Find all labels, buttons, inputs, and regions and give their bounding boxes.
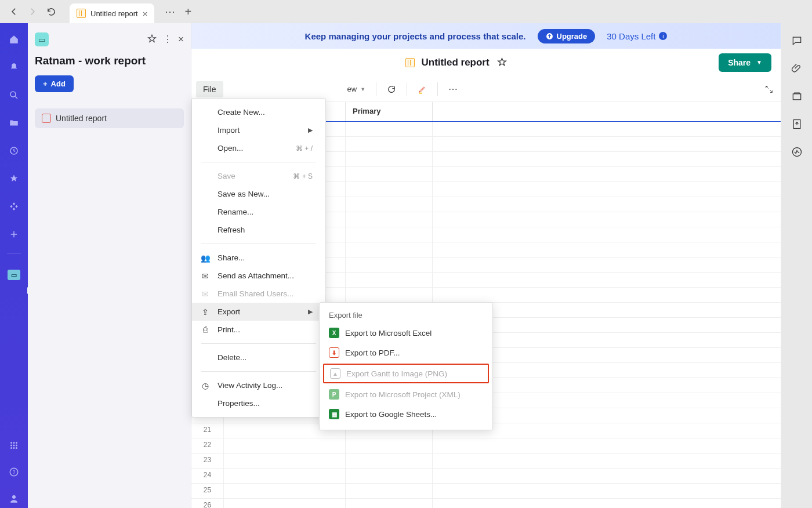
grid-row[interactable]: 24 (191, 469, 781, 484)
grid-cell[interactable] (224, 484, 346, 498)
nav-workapps-icon[interactable] (8, 201, 20, 212)
submenu-header: Export file (320, 306, 492, 323)
svg-point-17 (792, 148, 801, 157)
menu-open[interactable]: Open...⌘ + / (192, 139, 325, 157)
export-to-gsheets[interactable]: ▦ Export to Google Sheets... (320, 404, 492, 424)
document-title: Untitled report (422, 57, 490, 68)
favorite-workspace-button[interactable] (147, 34, 157, 45)
menu-properties[interactable]: Properties... (192, 394, 325, 412)
grid-cell[interactable] (346, 453, 433, 468)
grid-cell[interactable] (346, 288, 433, 302)
menu-export[interactable]: ⇪Export▶ (192, 303, 325, 321)
nav-apps-icon[interactable] (8, 440, 20, 451)
back-button[interactable] (6, 3, 22, 20)
svg-point-4 (16, 442, 17, 444)
nav-folder-icon[interactable] (8, 117, 20, 129)
grid-cell[interactable] (346, 152, 433, 166)
grid-cell[interactable] (346, 122, 433, 136)
refresh-button[interactable] (383, 82, 400, 96)
menu-send-attachment[interactable]: ✉Send as Attachment... (192, 267, 325, 285)
grid-cell[interactable] (224, 453, 346, 468)
grid-cell[interactable] (346, 242, 433, 257)
grid-cell[interactable] (346, 257, 433, 272)
menu-refresh[interactable]: Refresh (192, 221, 325, 239)
new-tab-button[interactable]: + (184, 5, 191, 19)
forward-button[interactable] (24, 3, 41, 20)
grid-cell[interactable] (346, 182, 433, 197)
grid-cell[interactable] (346, 197, 433, 212)
nav-account-icon[interactable] (8, 493, 20, 505)
grid-cell[interactable] (346, 273, 433, 287)
comments-icon[interactable] (791, 35, 803, 46)
add-button[interactable]: + Add (35, 75, 74, 92)
grid-cell[interactable] (224, 438, 346, 453)
nav-workspace-icon[interactable]: ▭ (8, 270, 20, 280)
grid-row[interactable]: 26 (191, 499, 781, 508)
grid-cell[interactable] (346, 438, 433, 453)
grid-cell[interactable] (224, 469, 346, 483)
svg-point-2 (10, 442, 12, 444)
menu-save-as-new[interactable]: Save as New... (192, 185, 325, 203)
grid-cell[interactable] (346, 167, 433, 182)
highlight-button[interactable] (414, 82, 430, 96)
menu-share[interactable]: 👥Share... (192, 249, 325, 267)
workspace-close-button[interactable]: × (178, 34, 184, 45)
row-number: 26 (191, 499, 224, 508)
browser-tab-row: Untitled report × ⋯ + (0, 0, 812, 23)
nav-search-icon[interactable] (8, 89, 20, 101)
menu-activity-log[interactable]: ◷View Activity Log... (192, 376, 325, 394)
grid-cell[interactable] (346, 499, 433, 508)
star-outline-icon (147, 34, 157, 44)
menu-delete[interactable]: Delete... (192, 349, 325, 367)
activity-icon: ◷ (200, 381, 211, 390)
column-header-primary[interactable]: Primary (346, 102, 433, 121)
workspace-item-label: Untitled report (56, 114, 107, 123)
activity-icon[interactable] (791, 146, 803, 158)
nav-favorites-icon[interactable] (8, 173, 20, 184)
reload-button[interactable] (43, 3, 59, 20)
workspace-item[interactable]: Untitled report (35, 108, 184, 128)
grid-row[interactable]: 22 (191, 438, 781, 453)
nav-help-icon[interactable]: ? (8, 466, 20, 478)
grid-cell[interactable] (346, 212, 433, 227)
view-dropdown[interactable]: ew ▼ (344, 82, 369, 96)
grid-cell[interactable] (224, 499, 346, 508)
grid-cell[interactable] (346, 227, 433, 242)
tab-overflow-button[interactable]: ⋯ (165, 5, 175, 18)
upgrade-button[interactable]: Upgrade (538, 29, 596, 43)
more-toolbar-button[interactable]: ⋯ (445, 81, 461, 97)
grid-cell[interactable] (346, 137, 433, 151)
menu-print[interactable]: ⎙Print... (192, 321, 325, 339)
nav-notifications-icon[interactable] (8, 61, 20, 73)
menu-create-new[interactable]: Create New... (192, 103, 325, 121)
nav-recents-icon[interactable] (8, 145, 20, 157)
grid-row[interactable]: 23 (191, 453, 781, 469)
info-icon[interactable]: i (659, 32, 667, 40)
active-indicator-icon (27, 287, 31, 294)
upgrade-label: Upgrade (557, 32, 588, 41)
workspace-more-button[interactable]: ⋮ (163, 34, 172, 45)
svg-rect-15 (793, 94, 800, 100)
nav-home-icon[interactable] (8, 34, 20, 45)
favorite-doc-button[interactable] (496, 57, 507, 68)
row-number: 23 (191, 453, 224, 468)
grid-row[interactable]: 25 (191, 484, 781, 499)
tab-close-button[interactable]: × (143, 9, 148, 19)
menu-import[interactable]: Import▶ (192, 121, 325, 139)
image-icon: ▲ (330, 368, 340, 379)
svg-point-9 (13, 447, 15, 449)
browser-tab[interactable]: Untitled report × (70, 3, 154, 23)
menu-rename[interactable]: Rename... (192, 203, 325, 221)
file-menu-button[interactable]: File (196, 81, 223, 97)
grid-cell[interactable] (346, 469, 433, 483)
report-icon (405, 58, 415, 67)
export-to-excel[interactable]: X Export to Microsoft Excel (320, 323, 492, 343)
publish-icon[interactable] (791, 118, 803, 130)
export-to-pdf[interactable]: ⬇ Export to PDF... (320, 343, 492, 362)
share-button[interactable]: Share ▼ (719, 53, 771, 72)
expand-button[interactable] (762, 82, 776, 96)
nav-add-icon[interactable] (8, 228, 20, 240)
proofs-icon[interactable] (791, 90, 803, 102)
grid-cell[interactable] (346, 484, 433, 498)
attachments-icon[interactable] (791, 63, 803, 74)
